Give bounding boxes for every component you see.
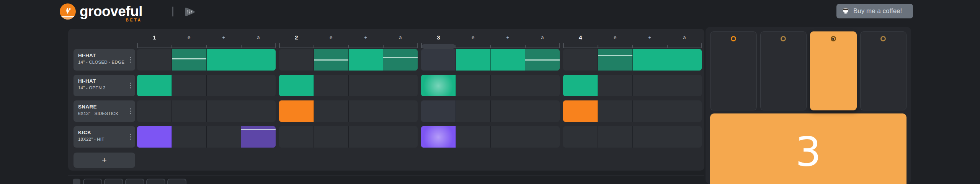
- step-cell[interactable]: [279, 75, 314, 96]
- track-label[interactable]: HI-HAT14" - CLOSED - EDGE: [74, 49, 135, 71]
- step-cell[interactable]: [279, 126, 314, 148]
- pattern-chip[interactable]: [125, 179, 144, 184]
- beat-label: +: [206, 33, 241, 43]
- buy-coffee-button[interactable]: Buy me a coffee!: [836, 4, 913, 18]
- step-cell[interactable]: [421, 49, 456, 71]
- step-cell[interactable]: [667, 126, 702, 148]
- step-cell[interactable]: [172, 126, 207, 148]
- step-cell[interactable]: [137, 126, 172, 148]
- step-cell[interactable]: [421, 75, 456, 96]
- step-cell[interactable]: [314, 100, 349, 122]
- step-cell[interactable]: [279, 49, 314, 71]
- step-cell[interactable]: [349, 75, 384, 96]
- step-cell[interactable]: [633, 126, 668, 148]
- beat-label: a: [525, 33, 560, 43]
- step-cell[interactable]: [207, 75, 242, 96]
- step-cell[interactable]: [598, 49, 633, 71]
- step-cell[interactable]: [633, 75, 668, 96]
- beat-ring: [731, 36, 736, 41]
- step-cell[interactable]: [563, 75, 598, 96]
- track-menu-button[interactable]: [129, 82, 132, 90]
- beat-card-2[interactable]: [760, 31, 807, 110]
- step-cell[interactable]: [137, 75, 172, 96]
- step-cell[interactable]: [456, 100, 491, 122]
- step-cell[interactable]: [314, 126, 349, 148]
- step-cell[interactable]: [241, 126, 276, 148]
- track-row: HI-HAT14" - OPEN 2: [68, 75, 704, 96]
- step-cell[interactable]: [456, 75, 491, 96]
- step-cell[interactable]: [349, 100, 384, 122]
- pattern-chip[interactable]: [104, 179, 123, 184]
- step-cell[interactable]: [456, 126, 491, 148]
- step-cell[interactable]: [241, 75, 276, 96]
- step-cell[interactable]: [667, 100, 702, 122]
- step-cell[interactable]: [525, 126, 560, 148]
- step-cell[interactable]: [421, 100, 456, 122]
- beat-ring: [880, 36, 886, 41]
- step-cell[interactable]: [563, 49, 598, 71]
- step-cell[interactable]: [279, 100, 314, 122]
- step-cell[interactable]: [525, 75, 560, 96]
- step-cell[interactable]: [456, 49, 491, 71]
- header-divider: [172, 7, 173, 16]
- beat-group: [137, 75, 276, 96]
- step-cell[interactable]: [137, 100, 172, 122]
- step-cell[interactable]: [491, 49, 526, 71]
- step-cell[interactable]: [633, 100, 668, 122]
- pattern-chip[interactable]: [167, 179, 186, 184]
- beat-card-3[interactable]: [810, 31, 857, 110]
- beat-group: [421, 126, 560, 148]
- step-cell[interactable]: [598, 100, 633, 122]
- step-cell[interactable]: [491, 126, 526, 148]
- step-cell[interactable]: [383, 126, 418, 148]
- pattern-chip[interactable]: [83, 179, 102, 184]
- step-cell[interactable]: [421, 126, 456, 148]
- step-cell[interactable]: [349, 49, 384, 71]
- beat-card-4[interactable]: [860, 31, 907, 110]
- step-cell[interactable]: [491, 75, 526, 96]
- step-cell[interactable]: [598, 75, 633, 96]
- track-label[interactable]: KICK18X22" - HIT: [74, 126, 135, 148]
- step-cell[interactable]: [563, 126, 598, 148]
- track-menu-button[interactable]: [129, 133, 132, 141]
- step-cell[interactable]: [207, 49, 242, 71]
- track-list: HI-HAT14" - CLOSED - EDGEHI-HAT14" - OPE…: [68, 49, 704, 148]
- brand-logo[interactable]: grooveful BETA: [60, 3, 142, 20]
- step-cell[interactable]: [383, 75, 418, 96]
- step-cell[interactable]: [598, 126, 633, 148]
- step-cell[interactable]: [383, 100, 418, 122]
- step-cell[interactable]: [667, 75, 702, 96]
- step-cell[interactable]: [383, 49, 418, 71]
- beat-ring: [781, 36, 786, 41]
- step-cell[interactable]: [525, 49, 560, 71]
- sequencer-card: 1e+a2e+a3e+a4e+a HI-HAT14" - CLOSED - ED…: [68, 29, 704, 171]
- step-cell[interactable]: [207, 100, 242, 122]
- step-cell[interactable]: [633, 49, 668, 71]
- pattern-chip[interactable]: [146, 179, 165, 184]
- step-cell[interactable]: [241, 100, 276, 122]
- step-cell[interactable]: [172, 49, 207, 71]
- step-cell[interactable]: [563, 100, 598, 122]
- track-label[interactable]: SNARE6X13" - SIDESTICK: [74, 100, 135, 122]
- step-cell[interactable]: [172, 100, 207, 122]
- beat-group: [563, 100, 702, 122]
- pattern-menu-button[interactable]: [73, 179, 80, 184]
- step-cell[interactable]: [241, 49, 276, 71]
- track-label[interactable]: HI-HAT14" - OPEN 2: [74, 75, 135, 96]
- step-cell[interactable]: [491, 100, 526, 122]
- step-cell[interactable]: [137, 49, 172, 71]
- step-cell[interactable]: [172, 75, 207, 96]
- add-track-button[interactable]: +: [74, 153, 135, 168]
- track-menu-button[interactable]: [129, 107, 132, 115]
- step-cell[interactable]: [314, 75, 349, 96]
- beat-label: +: [490, 33, 525, 43]
- step-cell[interactable]: [314, 49, 349, 71]
- track-row: HI-HAT14" - CLOSED - EDGE: [68, 49, 704, 71]
- pattern-play-icon[interactable]: [182, 4, 197, 20]
- track-menu-button[interactable]: [129, 56, 132, 64]
- step-cell[interactable]: [349, 126, 384, 148]
- beat-card-1[interactable]: [710, 31, 757, 110]
- step-cell[interactable]: [207, 126, 242, 148]
- step-cell[interactable]: [525, 100, 560, 122]
- step-cell[interactable]: [667, 49, 702, 71]
